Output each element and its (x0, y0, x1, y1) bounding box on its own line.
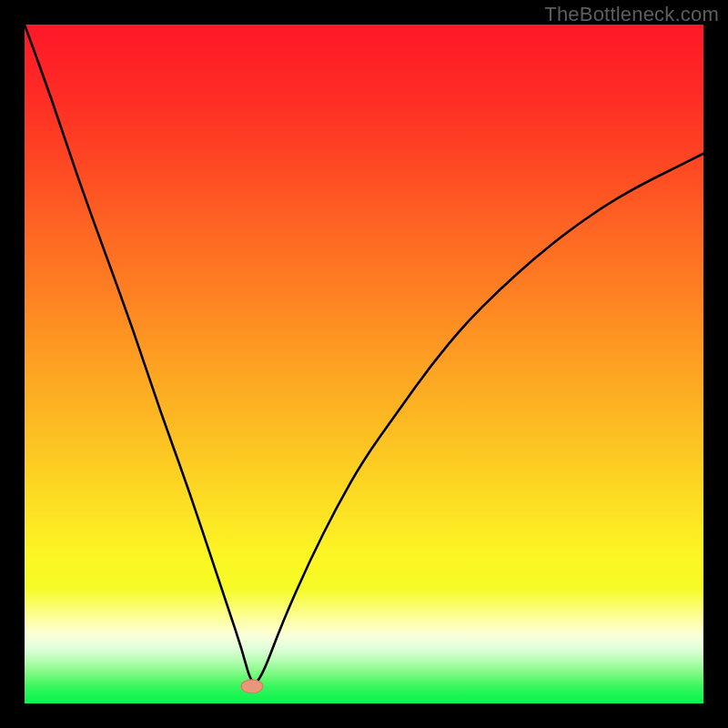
watermark-text: TheBottleneck.com (544, 3, 719, 26)
plot-background (25, 25, 703, 703)
bottleneck-chart (25, 25, 703, 703)
chart-frame: TheBottleneck.com (0, 0, 728, 728)
optimum-marker (241, 680, 263, 693)
